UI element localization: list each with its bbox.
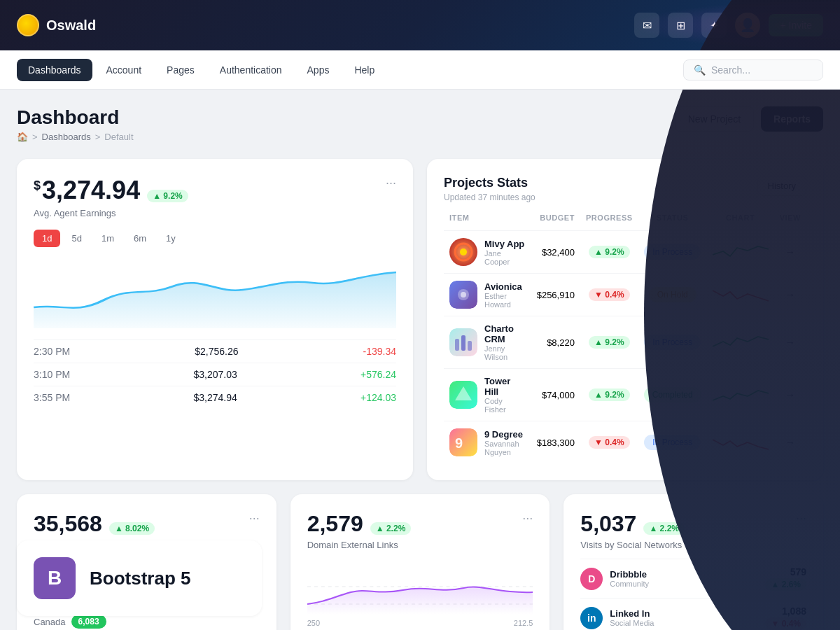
- organic-menu[interactable]: ···: [249, 511, 260, 526]
- svg-text:9: 9: [455, 435, 463, 451]
- project-info-9degree: 9 Degree Savannah Nguyen: [484, 429, 526, 456]
- canada-row: Canada 6,083: [34, 615, 260, 629]
- svg-point-2: [460, 248, 467, 255]
- time-btn-5d[interactable]: 5d: [63, 230, 90, 247]
- breadcrumb-dashboards[interactable]: Dashboards: [42, 132, 91, 142]
- projects-title-block: Projects Stats Updated 37 minutes ago: [444, 176, 536, 202]
- project-info-mivy: Mivy App Jane Cooper: [484, 239, 526, 266]
- col-budget: BUDGET: [531, 214, 580, 231]
- earnings-chart: [34, 258, 396, 328]
- domain-badge: ▲ 2.2%: [370, 522, 412, 535]
- earnings-chart-svg: [34, 258, 396, 328]
- domain-label: Domain External Links: [307, 540, 412, 550]
- col-view: VIEW: [774, 214, 806, 231]
- user-avatar[interactable]: 👤: [735, 13, 760, 38]
- earnings-time-2: 3:10 PM: [34, 369, 70, 380]
- project-row-avionica: Avionica Esther Howard $256,910 ▼ 0.4% O…: [444, 274, 806, 316]
- reports-button[interactable]: Reports: [761, 106, 823, 132]
- domain-menu[interactable]: ···: [522, 511, 533, 526]
- project-budget-charto: $8,220: [531, 316, 580, 369]
- new-project-button[interactable]: New Project: [675, 106, 754, 132]
- top-row-grid: $3,274.94 ▲ 9.2% Avg. Agent Earnings ···…: [17, 159, 823, 480]
- project-icon-9degree: 9: [449, 428, 477, 456]
- nav-item-dashboards[interactable]: Dashboards: [17, 59, 92, 81]
- svg-rect-12: [449, 428, 477, 456]
- project-view-avionica[interactable]: →: [774, 274, 806, 316]
- social-number: 5,037: [580, 511, 636, 537]
- page-header: Dashboard 🏠 > Dashboards > Default New P…: [17, 106, 823, 142]
- nav-item-pages[interactable]: Pages: [155, 59, 206, 81]
- bootstrap-logo: B: [34, 557, 76, 599]
- project-view-tower[interactable]: →: [774, 369, 806, 421]
- linkedin-stats: 1,088 ▼ 0.4%: [765, 606, 806, 630]
- project-name-avionica: Avionica: [484, 281, 526, 292]
- project-info-avionica: Avionica Esther Howard: [484, 281, 526, 309]
- canada-value: 6,083: [71, 615, 106, 629]
- project-chart-tower: [707, 369, 774, 421]
- earnings-card: $3,274.94 ▲ 9.2% Avg. Agent Earnings ···…: [17, 159, 413, 480]
- earnings-amount-2: $3,207.03: [193, 369, 237, 380]
- dribbble-icon: D: [580, 568, 603, 590]
- project-name-charto: Charto CRM: [484, 323, 526, 344]
- linkedin-info: Linked In Social Media: [610, 608, 765, 627]
- topbar-icon-grid[interactable]: ⊞: [668, 13, 693, 38]
- projects-title: Projects Stats: [444, 176, 536, 190]
- topbar-icon-share[interactable]: ✦: [701, 13, 727, 38]
- project-icon-avionica: [449, 281, 477, 309]
- dribbble-name: Dribbble: [610, 569, 765, 580]
- time-btn-6m[interactable]: 6m: [125, 230, 155, 247]
- earnings-time-3: 3:55 PM: [34, 392, 70, 403]
- project-person-9degree: Savannah Nguyen: [484, 440, 526, 456]
- project-budget-tower: $74,000: [531, 369, 580, 421]
- invite-button[interactable]: + Invite: [769, 14, 823, 36]
- project-view-9degree[interactable]: →: [774, 421, 806, 464]
- dribbble-info: Dribbble Community: [610, 569, 765, 588]
- breadcrumb-sep2: >: [95, 132, 101, 142]
- linkedin-icon: in: [580, 607, 603, 629]
- bootstrap-letter: B: [48, 567, 62, 589]
- project-info-charto: Charto CRM Jenny Wilson: [484, 323, 526, 361]
- earnings-info: $3,274.94 ▲ 9.2% Avg. Agent Earnings: [34, 176, 188, 218]
- nav-item-account[interactable]: Account: [95, 59, 153, 81]
- dribbble-type: Community: [610, 580, 765, 588]
- page-title-block: Dashboard 🏠 > Dashboards > Default: [17, 106, 134, 142]
- project-name-tower: Tower Hill: [484, 376, 526, 397]
- projects-header: Projects Stats Updated 37 minutes ago Hi…: [444, 176, 806, 202]
- nav-item-help[interactable]: Help: [343, 59, 386, 81]
- linkedin-name: Linked In: [610, 608, 765, 619]
- earnings-amount: $3,274.94: [34, 176, 140, 205]
- topbar-icon-messages[interactable]: ✉: [634, 13, 659, 38]
- project-view-charto[interactable]: →: [774, 316, 806, 369]
- projects-card: Projects Stats Updated 37 minutes ago Hi…: [427, 159, 823, 480]
- time-btn-1d[interactable]: 1d: [34, 230, 60, 247]
- search-bar: 🔍: [683, 59, 823, 80]
- nav-item-apps[interactable]: Apps: [296, 59, 341, 81]
- breadcrumb-home-icon: 🏠: [17, 132, 28, 142]
- page-title: Dashboard: [17, 106, 134, 129]
- project-view-mivy[interactable]: →: [774, 231, 806, 274]
- nav-item-authentication[interactable]: Authentication: [209, 59, 293, 81]
- history-button[interactable]: History: [757, 176, 806, 196]
- project-chart-9degree: [707, 421, 774, 464]
- project-chart-charto: [707, 316, 774, 369]
- earnings-table: 2:30 PM $2,756.26 -139.34 3:10 PM $3,207…: [34, 340, 396, 409]
- chart-label-2125: 212.5: [514, 619, 533, 627]
- project-icon-mivy: [449, 238, 477, 266]
- project-status-charto: In Process: [638, 316, 707, 369]
- project-person-mivy: Jane Cooper: [484, 249, 526, 266]
- chart-label-250: 250: [307, 619, 320, 627]
- earnings-menu[interactable]: ···: [386, 176, 396, 190]
- projects-table-body: Mivy App Jane Cooper $32,400 ▲ 9.2% In P…: [444, 231, 806, 464]
- time-btn-1m[interactable]: 1m: [93, 230, 122, 247]
- search-input[interactable]: [711, 64, 813, 76]
- social-menu[interactable]: ···: [796, 511, 806, 526]
- time-btn-1y[interactable]: 1y: [158, 230, 184, 247]
- social-info: 5,037 ▲ 2.2% Visits by Social Networks: [580, 511, 685, 550]
- page-actions: New Project Reports: [675, 106, 823, 132]
- earnings-currency: $: [34, 178, 41, 192]
- dribbble-badge: ▲ 2.6%: [765, 578, 806, 591]
- project-budget-avionica: $256,910: [531, 274, 580, 316]
- social-label: Visits by Social Networks: [580, 540, 685, 550]
- project-progress-charto: ▲ 9.2%: [580, 316, 638, 369]
- projects-updated: Updated 37 minutes ago: [444, 192, 536, 202]
